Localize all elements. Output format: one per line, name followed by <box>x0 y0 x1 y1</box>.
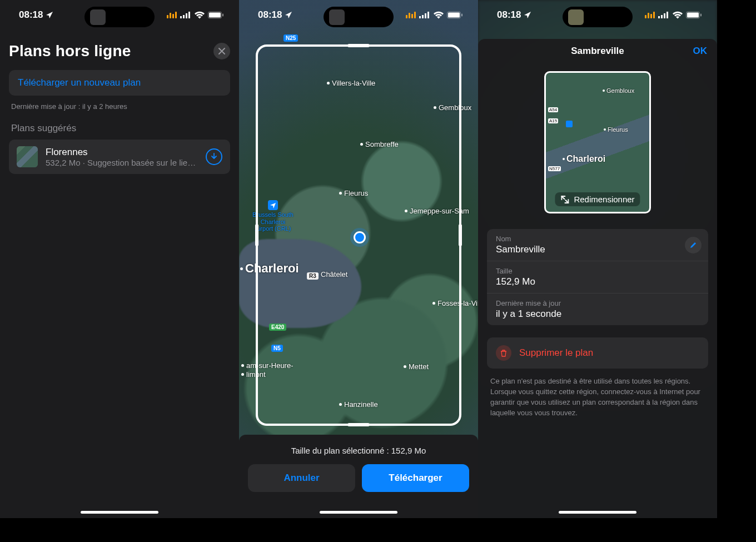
map-place-label: Châtelet <box>316 270 347 279</box>
download-icon <box>210 153 218 161</box>
screen-select-area: N25 R3 E420 N5 Brussels South Charleroi … <box>239 0 478 518</box>
svg-rect-19 <box>687 13 699 18</box>
location-arrow-icon <box>523 11 532 19</box>
map-place-label: Mettet <box>404 362 429 371</box>
updated-row: Dernière mise à jour il y a 1 seconde <box>487 293 708 325</box>
map-place-label: Charleroi <box>240 261 299 276</box>
home-indicator[interactable] <box>320 511 397 514</box>
svg-rect-1 <box>183 15 185 18</box>
resize-icon <box>560 195 569 204</box>
size-value: 152,9 Mo <box>496 276 699 287</box>
wifi-icon <box>434 11 444 19</box>
sheet-header: Sambreville OK <box>478 39 717 63</box>
last-update-text: Dernière mise à jour : il y a 2 heures <box>9 96 230 123</box>
now-playing-app-icon <box>329 9 345 25</box>
map-place-label: Hanzinelle <box>339 400 378 409</box>
map-thumbnail <box>17 146 38 167</box>
download-new-map-button[interactable]: Télécharger un nouveau plan <box>9 70 230 96</box>
dynamic-island[interactable] <box>84 7 155 27</box>
map-place-label: Gembloux <box>434 103 471 112</box>
audio-bars-icon <box>645 12 655 18</box>
audio-bars-icon <box>167 12 177 18</box>
location-arrow-icon <box>45 11 54 19</box>
screen-offline-maps: 08:18 Plans hors ligne Télécharger un no… <box>0 0 239 518</box>
status-time: 08:18 <box>497 9 521 21</box>
svg-rect-14 <box>658 16 660 18</box>
wifi-icon <box>673 11 683 19</box>
battery-icon <box>208 11 223 19</box>
road-badge: N577 <box>548 166 561 171</box>
updated-value: il y a 1 seconde <box>496 309 699 320</box>
cancel-button[interactable]: Annuler <box>248 464 355 492</box>
now-playing-app-icon <box>90 9 106 25</box>
size-row: Taille 152,9 Mo <box>487 261 708 293</box>
map-preview[interactable]: A54 A15 N577 Gembloux Fleurus Charleroi … <box>544 71 651 213</box>
wifi-icon <box>195 11 205 19</box>
trash-icon <box>496 345 511 361</box>
screen-map-details: 08:18 Sambreville OK A54 A15 N577 <box>478 0 717 518</box>
map-place-label: Fosses-la-Ville <box>432 299 478 307</box>
edit-name-button[interactable] <box>685 237 702 253</box>
road-badge: E420 <box>269 324 286 331</box>
delete-label: Supprimer le plan <box>519 347 593 359</box>
home-indicator[interactable] <box>81 511 158 514</box>
svg-rect-0 <box>180 16 182 18</box>
map-place-label: limont <box>241 370 266 379</box>
road-badge: N5 <box>271 345 283 352</box>
suggested-map-title: Florennes <box>46 147 198 158</box>
audio-bars-icon <box>406 12 416 18</box>
resize-button[interactable]: Redimensionner <box>555 192 640 206</box>
svg-rect-6 <box>222 14 223 17</box>
name-value: Sambreville <box>496 244 699 255</box>
svg-rect-5 <box>209 13 221 18</box>
ok-button[interactable]: OK <box>693 46 708 57</box>
size-label: Taille <box>496 267 699 275</box>
svg-rect-17 <box>667 12 668 18</box>
details-list: Nom Sambreville Taille 152,9 Mo Dernière… <box>487 229 708 325</box>
sheet-title: Sambreville <box>571 46 624 57</box>
now-playing-app-icon <box>568 9 584 25</box>
svg-rect-2 <box>186 13 187 18</box>
suggested-section-title: Plans suggérés <box>9 123 230 140</box>
home-indicator[interactable] <box>559 511 636 514</box>
download-button[interactable] <box>206 148 222 165</box>
dynamic-island[interactable] <box>324 7 394 27</box>
road-badge: A15 <box>548 118 558 123</box>
preview-place-label: Fleurus <box>604 126 628 133</box>
close-button[interactable] <box>213 43 230 59</box>
preview-place-label: Charleroi <box>563 154 605 164</box>
page-title: Plans hors ligne <box>9 42 131 60</box>
map-place-label: Fleurus <box>339 189 368 197</box>
svg-rect-8 <box>422 15 424 18</box>
disclaimer-text: Ce plan n'est pas destiné à être utilisé… <box>478 369 717 418</box>
svg-rect-13 <box>461 14 462 17</box>
bottom-sheet: Taille du plan sélectionné : 152,9 Mo An… <box>239 435 478 518</box>
road-badge: A54 <box>548 107 558 112</box>
status-time: 08:18 <box>19 9 43 21</box>
svg-rect-7 <box>419 16 421 18</box>
status-time: 08:18 <box>258 9 282 21</box>
name-row[interactable]: Nom Sambreville <box>487 229 708 261</box>
updated-label: Dernière mise à jour <box>496 299 699 307</box>
battery-icon <box>447 11 462 19</box>
delete-button[interactable]: Supprimer le plan <box>487 337 708 369</box>
suggested-map-subtitle: 532,2 Mo · Suggestion basée sur le lie… <box>46 158 198 167</box>
cellular-icon <box>180 11 191 19</box>
svg-rect-9 <box>425 13 426 18</box>
suggested-map-item[interactable]: Florennes 532,2 Mo · Suggestion basée su… <box>9 140 230 174</box>
map-place-label: Villers-la-Ville <box>327 79 375 87</box>
airport-icon <box>566 121 573 127</box>
map-place-label: Jemeppe-sur-Sam <box>405 207 469 215</box>
download-button[interactable]: Télécharger <box>362 464 469 492</box>
selected-size-text: Taille du plan sélectionné : 152,9 Mo <box>248 446 469 455</box>
map-place-label: am-sur-Heure- <box>241 361 294 370</box>
svg-rect-20 <box>700 14 702 17</box>
battery-icon <box>686 11 702 19</box>
pencil-icon <box>689 241 697 249</box>
cellular-icon <box>419 11 430 19</box>
svg-rect-10 <box>427 12 429 18</box>
name-label: Nom <box>496 235 699 243</box>
map-place-label: Sombreffe <box>360 140 399 148</box>
dynamic-island[interactable] <box>563 7 633 27</box>
location-arrow-icon <box>284 11 293 19</box>
